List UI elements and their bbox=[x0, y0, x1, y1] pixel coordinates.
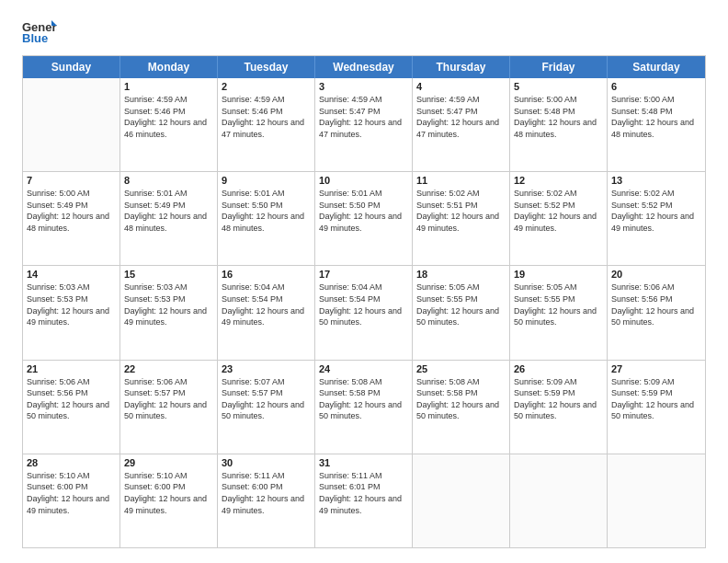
calendar-cell: 17Sunrise: 5:04 AMSunset: 5:54 PMDayligh… bbox=[315, 266, 413, 359]
calendar-cell: 20Sunrise: 5:06 AMSunset: 5:56 PMDayligh… bbox=[608, 266, 705, 359]
calendar-cell: 3Sunrise: 4:59 AMSunset: 5:47 PMDaylight… bbox=[315, 78, 413, 171]
calendar-cell: 15Sunrise: 5:03 AMSunset: 5:53 PMDayligh… bbox=[120, 266, 218, 359]
calendar: SundayMondayTuesdayWednesdayThursdayFrid… bbox=[22, 55, 706, 548]
calendar-cell: 19Sunrise: 5:05 AMSunset: 5:55 PMDayligh… bbox=[510, 266, 608, 359]
cell-info: Sunrise: 4:59 AMSunset: 5:46 PMDaylight:… bbox=[124, 94, 213, 140]
cell-info: Sunrise: 5:05 AMSunset: 5:55 PMDaylight:… bbox=[514, 282, 603, 327]
cell-info: Sunrise: 5:00 AMSunset: 5:49 PMDaylight:… bbox=[27, 188, 116, 234]
calendar-cell: 26Sunrise: 5:09 AMSunset: 5:59 PMDayligh… bbox=[510, 361, 608, 454]
calendar-cell bbox=[510, 454, 608, 547]
cell-info: Sunrise: 5:10 AMSunset: 6:00 PMDaylight:… bbox=[124, 470, 213, 516]
header-day: Thursday bbox=[413, 56, 510, 78]
day-number: 29 bbox=[124, 457, 213, 468]
svg-text:Blue: Blue bbox=[22, 31, 48, 44]
day-number: 27 bbox=[611, 363, 701, 374]
logo-row: General Blue bbox=[22, 18, 57, 44]
day-number: 19 bbox=[514, 269, 603, 280]
calendar-cell: 8Sunrise: 5:01 AMSunset: 5:49 PMDaylight… bbox=[120, 172, 218, 265]
calendar-cell: 25Sunrise: 5:08 AMSunset: 5:58 PMDayligh… bbox=[413, 361, 510, 454]
cell-info: Sunrise: 5:11 AMSunset: 6:00 PMDaylight:… bbox=[222, 470, 311, 516]
day-number: 11 bbox=[416, 175, 506, 186]
day-number: 15 bbox=[124, 269, 213, 280]
day-number: 24 bbox=[319, 363, 408, 374]
calendar-cell: 9Sunrise: 5:01 AMSunset: 5:50 PMDaylight… bbox=[218, 172, 315, 265]
day-number: 30 bbox=[222, 457, 311, 468]
calendar-row: 21Sunrise: 5:06 AMSunset: 5:56 PMDayligh… bbox=[23, 360, 705, 454]
calendar-cell: 16Sunrise: 5:04 AMSunset: 5:54 PMDayligh… bbox=[218, 266, 315, 359]
day-number: 13 bbox=[611, 175, 701, 186]
cell-info: Sunrise: 5:09 AMSunset: 5:59 PMDaylight:… bbox=[611, 376, 701, 422]
day-number: 25 bbox=[416, 363, 506, 374]
calendar-cell: 10Sunrise: 5:01 AMSunset: 5:50 PMDayligh… bbox=[315, 172, 413, 265]
day-number: 1 bbox=[124, 81, 213, 92]
calendar-cell: 31Sunrise: 5:11 AMSunset: 6:01 PMDayligh… bbox=[315, 454, 413, 547]
day-number: 3 bbox=[319, 81, 408, 92]
cell-info: Sunrise: 5:06 AMSunset: 5:56 PMDaylight:… bbox=[611, 282, 701, 327]
cell-info: Sunrise: 5:08 AMSunset: 5:58 PMDaylight:… bbox=[416, 376, 506, 422]
day-number: 10 bbox=[319, 175, 408, 186]
day-number: 16 bbox=[222, 269, 311, 280]
cell-info: Sunrise: 5:00 AMSunset: 5:48 PMDaylight:… bbox=[611, 94, 701, 140]
header-day: Friday bbox=[510, 56, 608, 78]
calendar-cell: 28Sunrise: 5:10 AMSunset: 6:00 PMDayligh… bbox=[23, 454, 120, 547]
calendar-cell: 21Sunrise: 5:06 AMSunset: 5:56 PMDayligh… bbox=[23, 361, 120, 454]
calendar-cell: 23Sunrise: 5:07 AMSunset: 5:57 PMDayligh… bbox=[218, 361, 315, 454]
day-number: 20 bbox=[611, 269, 701, 280]
calendar-cell: 5Sunrise: 5:00 AMSunset: 5:48 PMDaylight… bbox=[510, 78, 608, 171]
cell-info: Sunrise: 5:03 AMSunset: 5:53 PMDaylight:… bbox=[124, 282, 213, 327]
day-number: 2 bbox=[222, 81, 311, 92]
logo: General Blue bbox=[22, 18, 57, 44]
cell-info: Sunrise: 4:59 AMSunset: 5:47 PMDaylight:… bbox=[416, 94, 506, 140]
cell-info: Sunrise: 5:07 AMSunset: 5:57 PMDaylight:… bbox=[222, 376, 311, 422]
calendar-cell: 12Sunrise: 5:02 AMSunset: 5:52 PMDayligh… bbox=[510, 172, 608, 265]
cell-info: Sunrise: 5:01 AMSunset: 5:49 PMDaylight:… bbox=[124, 188, 213, 234]
day-number: 7 bbox=[27, 175, 116, 186]
day-number: 23 bbox=[222, 363, 311, 374]
calendar-cell: 14Sunrise: 5:03 AMSunset: 5:53 PMDayligh… bbox=[23, 266, 120, 359]
calendar-cell: 1Sunrise: 4:59 AMSunset: 5:46 PMDaylight… bbox=[120, 78, 218, 171]
header-day: Saturday bbox=[608, 56, 705, 78]
cell-info: Sunrise: 5:06 AMSunset: 5:56 PMDaylight:… bbox=[27, 376, 116, 422]
cell-info: Sunrise: 5:04 AMSunset: 5:54 PMDaylight:… bbox=[222, 282, 311, 327]
day-number: 21 bbox=[27, 363, 116, 374]
cell-info: Sunrise: 5:00 AMSunset: 5:48 PMDaylight:… bbox=[514, 94, 603, 140]
calendar-row: 7Sunrise: 5:00 AMSunset: 5:49 PMDaylight… bbox=[23, 171, 705, 265]
calendar-cell: 6Sunrise: 5:00 AMSunset: 5:48 PMDaylight… bbox=[608, 78, 705, 171]
cell-info: Sunrise: 5:02 AMSunset: 5:51 PMDaylight:… bbox=[416, 188, 506, 234]
cell-info: Sunrise: 5:05 AMSunset: 5:55 PMDaylight:… bbox=[416, 282, 506, 327]
cell-info: Sunrise: 5:10 AMSunset: 6:00 PMDaylight:… bbox=[27, 470, 116, 516]
calendar-cell: 29Sunrise: 5:10 AMSunset: 6:00 PMDayligh… bbox=[120, 454, 218, 547]
calendar-body: 1Sunrise: 4:59 AMSunset: 5:46 PMDaylight… bbox=[23, 78, 705, 547]
calendar-cell: 13Sunrise: 5:02 AMSunset: 5:52 PMDayligh… bbox=[608, 172, 705, 265]
header-day: Tuesday bbox=[218, 56, 315, 78]
header-day: Sunday bbox=[23, 56, 120, 78]
calendar-cell: 4Sunrise: 4:59 AMSunset: 5:47 PMDaylight… bbox=[413, 78, 510, 171]
calendar-cell bbox=[608, 454, 705, 547]
calendar-cell bbox=[413, 454, 510, 547]
day-number: 4 bbox=[416, 81, 506, 92]
day-number: 18 bbox=[416, 269, 506, 280]
cell-info: Sunrise: 5:01 AMSunset: 5:50 PMDaylight:… bbox=[222, 188, 311, 234]
header-day: Monday bbox=[120, 56, 218, 78]
calendar-cell: 22Sunrise: 5:06 AMSunset: 5:57 PMDayligh… bbox=[120, 361, 218, 454]
calendar-cell bbox=[23, 78, 120, 171]
cell-info: Sunrise: 5:03 AMSunset: 5:53 PMDaylight:… bbox=[27, 282, 116, 327]
calendar-cell: 27Sunrise: 5:09 AMSunset: 5:59 PMDayligh… bbox=[608, 361, 705, 454]
cell-info: Sunrise: 5:02 AMSunset: 5:52 PMDaylight:… bbox=[514, 188, 603, 234]
calendar-cell: 7Sunrise: 5:00 AMSunset: 5:49 PMDaylight… bbox=[23, 172, 120, 265]
day-number: 5 bbox=[514, 81, 603, 92]
logo-icon: General Blue bbox=[22, 18, 57, 44]
cell-info: Sunrise: 5:01 AMSunset: 5:50 PMDaylight:… bbox=[319, 188, 408, 234]
header: General Blue bbox=[22, 18, 706, 44]
cell-info: Sunrise: 5:06 AMSunset: 5:57 PMDaylight:… bbox=[124, 376, 213, 422]
cell-info: Sunrise: 5:11 AMSunset: 6:01 PMDaylight:… bbox=[319, 470, 408, 516]
day-number: 12 bbox=[514, 175, 603, 186]
calendar-cell: 30Sunrise: 5:11 AMSunset: 6:00 PMDayligh… bbox=[218, 454, 315, 547]
day-number: 6 bbox=[611, 81, 701, 92]
day-number: 31 bbox=[319, 457, 408, 468]
calendar-cell: 2Sunrise: 4:59 AMSunset: 5:46 PMDaylight… bbox=[218, 78, 315, 171]
cell-info: Sunrise: 5:04 AMSunset: 5:54 PMDaylight:… bbox=[319, 282, 408, 327]
cell-info: Sunrise: 5:08 AMSunset: 5:58 PMDaylight:… bbox=[319, 376, 408, 422]
calendar-cell: 11Sunrise: 5:02 AMSunset: 5:51 PMDayligh… bbox=[413, 172, 510, 265]
day-number: 22 bbox=[124, 363, 213, 374]
